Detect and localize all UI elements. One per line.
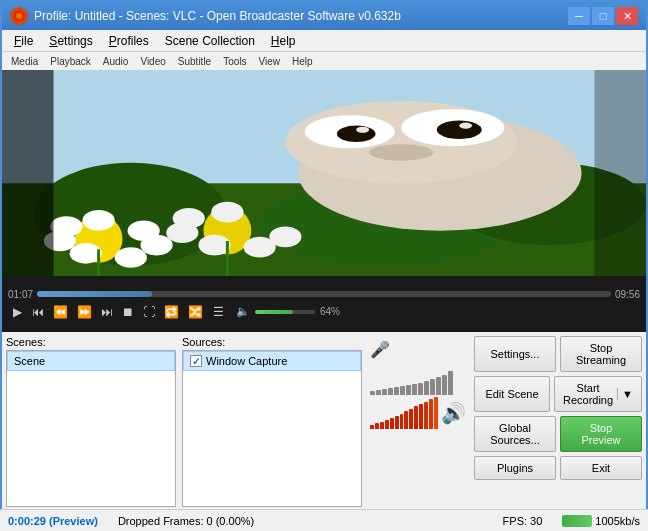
button-row-4: Plugins Exit [474,456,642,480]
rbar-9 [409,409,413,429]
scenes-panel: Scenes: Scene [6,336,176,507]
vlc-controls: 01:07 09:56 ▶ ⏮ ⏪ ⏩ ⏭ ⏹ ⛶ 🔁 🔀 ☰ 🔈 [2,276,646,332]
vlc-volume-icon: 🔈 [236,305,250,318]
vlc-fullscreen-button[interactable]: ⛶ [140,304,158,320]
window-title: Profile: Untitled - Scenes: VLC - Open B… [34,9,568,23]
sources-panel: Sources: ✓ Window Capture [182,336,362,507]
bar-1 [370,391,375,395]
settings-button[interactable]: Settings... [474,336,556,372]
scene-background [2,70,646,276]
vlc-menu-playback[interactable]: Playback [45,55,96,68]
bar-7 [406,385,411,395]
svg-point-30 [269,227,301,248]
vlc-menu-media[interactable]: Media [6,55,43,68]
svg-point-28 [198,235,230,256]
vlc-menu-bar: Media Playback Audio Video Subtitle Tool… [2,52,646,70]
rbar-10 [414,406,418,429]
stop-preview-button[interactable]: Stop Preview [560,416,642,452]
source-checkbox[interactable]: ✓ [190,355,202,367]
minimize-button[interactable]: ─ [568,7,590,25]
vlc-play-button[interactable]: ▶ [8,304,26,320]
bar-9 [418,383,423,395]
stop-streaming-button[interactable]: Stop Streaming [560,336,642,372]
vlc-menu-video[interactable]: Video [135,55,170,68]
svg-point-21 [115,247,147,268]
svg-point-11 [337,126,376,142]
bar-13 [442,375,447,395]
close-button[interactable]: ✕ [616,7,638,25]
vlc-prev-button[interactable]: ⏮ [29,304,47,320]
svg-point-27 [166,222,198,243]
video-container: Media Playback Audio Video Subtitle Tool… [2,52,646,332]
vlc-stop-button[interactable]: ⏹ [119,304,137,320]
rbar-13 [429,399,433,429]
bar-14 [448,371,453,395]
vlc-menu-tools[interactable]: Tools [218,55,251,68]
menu-help[interactable]: Help [263,32,304,50]
bar-8 [412,384,417,395]
vlc-playlist-button[interactable]: ☰ [209,304,227,320]
vlc-menu-subtitle[interactable]: Subtitle [173,55,216,68]
audio-bars-left [370,363,466,395]
scenes-list: Scene [6,350,176,507]
audio-bars-right: 🔊 [370,397,466,429]
speaker-icon: 🔊 [441,401,466,425]
vlc-forward-button[interactable]: ⏩ [74,304,95,320]
svg-point-20 [70,243,102,264]
source-item[interactable]: ✓ Window Capture [183,351,361,371]
global-sources-button[interactable]: Global Sources... [474,416,556,452]
bar-12 [436,377,441,395]
vlc-volume-bar[interactable] [255,310,315,314]
status-fps: FPS: 30 [503,515,543,527]
vlc-loop-button[interactable]: 🔁 [161,304,182,320]
rbar-5 [390,418,394,429]
vlc-menu-audio[interactable]: Audio [98,55,134,68]
svg-point-14 [459,123,472,129]
main-area: Scenes: Scene Sources: ✓ Window Capture … [2,332,646,511]
bar-5 [394,387,399,395]
vlc-time-elapsed: 01:07 [8,289,33,300]
vlc-buttons-row: ▶ ⏮ ⏪ ⏩ ⏭ ⏹ ⛶ 🔁 🔀 ☰ 🔈 64% [8,304,640,320]
button-row-1: Settings... Stop Streaming [474,336,642,372]
audio-meters: 🎤 [368,336,468,507]
edit-scene-button[interactable]: Edit Scene [474,376,550,412]
svg-point-12 [437,120,482,139]
bar-2 [376,390,381,395]
vlc-menu-view[interactable]: View [254,55,286,68]
dropdown-arrow-icon[interactable]: ▼ [617,388,633,400]
svg-point-13 [356,127,369,133]
scene-item[interactable]: Scene [7,351,175,371]
vlc-volume-fill [255,310,293,314]
vlc-menu-help[interactable]: Help [287,55,318,68]
vlc-progress-bar[interactable] [37,291,611,297]
sources-label: Sources: [182,336,362,348]
vlc-volume-label: 64% [320,306,340,317]
vlc-shuffle-button[interactable]: 🔀 [185,304,206,320]
video-frame [2,70,646,276]
menu-settings[interactable]: Settings [41,32,100,50]
plugins-button[interactable]: Plugins [474,456,556,480]
menu-file[interactable]: File [6,32,41,50]
menu-scene-collection[interactable]: Scene Collection [157,32,263,50]
vlc-next-button[interactable]: ⏭ [98,304,116,320]
button-row-2: Edit Scene Start Recording ▼ [474,376,642,412]
start-recording-button[interactable]: Start Recording ▼ [554,376,642,412]
vlc-progress-fill [37,291,152,297]
title-bar: Profile: Untitled - Scenes: VLC - Open B… [2,2,646,30]
rbar-8 [404,411,408,429]
bar-10 [424,381,429,395]
rbar-7 [400,414,404,429]
window-controls: ─ □ ✕ [568,7,638,25]
vlc-video-area [2,70,646,276]
menu-profiles[interactable]: Profiles [101,32,157,50]
status-dropped-frames: Dropped Frames: 0 (0.00%) [118,515,254,527]
bar-3 [382,389,387,395]
svg-rect-33 [2,70,54,276]
bitrate-bar [562,515,592,527]
rbar-4 [385,420,389,429]
check-mark-icon: ✓ [192,356,200,367]
vlc-back-button[interactable]: ⏪ [50,304,71,320]
exit-button[interactable]: Exit [560,456,642,480]
rbar-2 [375,423,379,429]
maximize-button[interactable]: □ [592,7,614,25]
